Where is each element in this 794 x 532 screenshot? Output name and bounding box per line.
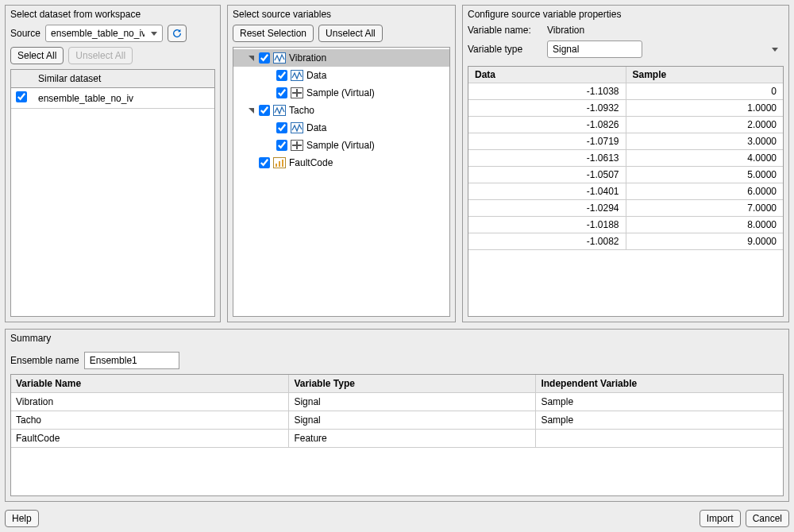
summary-row: TachoSignalSample — [11, 411, 783, 430]
data-row: -1.07193.0000 — [468, 133, 783, 150]
summary-title: Summary — [6, 330, 788, 349]
data-cell: -1.0294 — [468, 200, 626, 217]
variable-tree[interactable]: Vibration Data Sample (Virtual) Tacho Da… — [233, 47, 450, 317]
summary-type-cell: Feature — [289, 430, 536, 448]
signal-icon — [291, 122, 303, 133]
sample-cell: 2.0000 — [626, 117, 783, 133]
tree-expander — [246, 158, 256, 168]
summary-iv-cell: Sample — [536, 411, 783, 430]
import-button[interactable]: Import — [700, 510, 741, 527]
signal-icon — [273, 105, 286, 116]
cancel-button[interactable]: Cancel — [746, 510, 789, 527]
data-cell: -1.0613 — [468, 150, 626, 167]
feature-icon — [273, 157, 286, 168]
data-preview-table: Data Sample -1.10380-1.09321.0000-1.0826… — [468, 66, 784, 317]
tree-expander — [264, 141, 273, 150]
tree-checkbox[interactable] — [276, 140, 287, 151]
tree-item[interactable]: Sample (Virtual) — [233, 137, 449, 154]
ensemble-name-input[interactable] — [84, 352, 179, 369]
tree-item[interactable]: Data — [233, 67, 449, 84]
tree-expander[interactable] — [246, 53, 256, 63]
ensemble-name-label: Ensemble name — [10, 355, 79, 366]
sample-cell: 5.0000 — [626, 167, 783, 183]
data-cell: -1.0188 — [468, 217, 626, 233]
variable-name-value: Vibration — [547, 25, 784, 36]
data-row: -1.00829.0000 — [468, 233, 783, 250]
summary-name-cell: Vibration — [11, 393, 289, 411]
dataset-row-checkbox[interactable] — [16, 91, 27, 102]
tree-checkbox[interactable] — [259, 52, 270, 64]
data-cell: -1.0401 — [468, 183, 626, 200]
data-row: -1.10380 — [468, 83, 783, 100]
summary-row: FaultCodeFeature — [11, 430, 783, 448]
signal-icon — [273, 52, 286, 64]
help-button[interactable]: Help — [5, 510, 39, 527]
summary-iv-cell: Sample — [536, 393, 783, 411]
sample-icon — [291, 140, 303, 151]
dataset-panel-title: Select dataset from workspace — [6, 6, 220, 25]
dataset-name-header: Similar dataset — [33, 70, 214, 88]
signal-icon — [291, 70, 303, 81]
refresh-icon — [172, 28, 183, 39]
summary-row: VibrationSignalSample — [11, 393, 783, 411]
tree-expander[interactable] — [246, 106, 256, 115]
tree-checkbox[interactable] — [276, 122, 287, 133]
sample-cell: 1.0000 — [626, 100, 783, 117]
source-select[interactable]: ensemble_table_no_iv — [45, 25, 163, 42]
sample-cell: 6.0000 — [626, 183, 783, 200]
summary-type-cell: Signal — [289, 411, 536, 430]
data-row: -1.09321.0000 — [468, 100, 783, 117]
tree-item[interactable]: Data — [233, 119, 449, 137]
tree-item[interactable]: FaultCode — [233, 154, 449, 172]
tree-expander — [264, 71, 273, 80]
variable-type-select[interactable]: Signal — [547, 40, 642, 58]
unselect-all-button[interactable]: Unselect All — [68, 47, 133, 64]
source-vars-title: Select source variables — [228, 6, 455, 25]
svg-rect-4 — [296, 89, 298, 97]
properties-title: Configure source variable properties — [463, 6, 788, 25]
data-cell: -1.0507 — [468, 167, 626, 183]
tree-label: Tacho — [289, 105, 314, 116]
tree-checkbox[interactable] — [276, 70, 287, 81]
dataset-row[interactable]: ensemble_table_no_iv — [11, 88, 214, 109]
properties-panel: Configure source variable properties Var… — [462, 5, 789, 322]
refresh-button[interactable] — [168, 25, 187, 42]
data-row: -1.06134.0000 — [468, 150, 783, 167]
sample-cell: 3.0000 — [626, 133, 783, 150]
data-row: -1.01888.0000 — [468, 217, 783, 233]
summary-col-name: Variable Name — [11, 375, 289, 393]
sample-cell: 7.0000 — [626, 200, 783, 217]
tree-item[interactable]: Sample (Virtual) — [233, 84, 449, 102]
tree-checkbox[interactable] — [259, 157, 270, 168]
summary-panel: Summary Ensemble name Variable Name Vari… — [5, 329, 789, 502]
tree-label: Vibration — [289, 52, 326, 64]
variable-type-label: Variable type — [468, 44, 547, 55]
dataset-list: Similar dataset ensemble_table_no_iv — [10, 69, 215, 317]
tree-expander — [264, 88, 273, 98]
sample-cell: 9.0000 — [626, 233, 783, 250]
tree-expander — [264, 123, 273, 133]
tree-item[interactable]: Vibration — [233, 49, 449, 67]
sample-cell: 0 — [626, 83, 783, 100]
footer: Help Import Cancel — [5, 508, 789, 527]
dataset-row-name: ensemble_table_no_iv — [33, 88, 214, 109]
tree-label: Data — [306, 70, 326, 81]
data-cell: -1.0719 — [468, 133, 626, 150]
reset-selection-button[interactable]: Reset Selection — [233, 25, 314, 42]
variable-name-label: Variable name: — [468, 25, 547, 36]
dataset-panel: Select dataset from workspace Source ens… — [5, 5, 221, 322]
tree-checkbox[interactable] — [276, 87, 287, 98]
select-all-button[interactable]: Select All — [10, 47, 64, 64]
summary-iv-cell — [536, 430, 783, 448]
unselect-all-vars-button[interactable]: Unselect All — [318, 25, 383, 42]
data-cell: -1.0932 — [468, 100, 626, 117]
data-row: -1.08262.0000 — [468, 117, 783, 133]
tree-item[interactable]: Tacho — [233, 102, 449, 119]
sample-cell: 4.0000 — [626, 150, 783, 167]
data-row: -1.02947.0000 — [468, 200, 783, 217]
data-cell: -1.1038 — [468, 83, 626, 100]
sample-icon — [291, 87, 303, 98]
data-row: -1.04016.0000 — [468, 183, 783, 200]
tree-checkbox[interactable] — [259, 105, 270, 116]
summary-type-cell: Signal — [289, 393, 536, 411]
